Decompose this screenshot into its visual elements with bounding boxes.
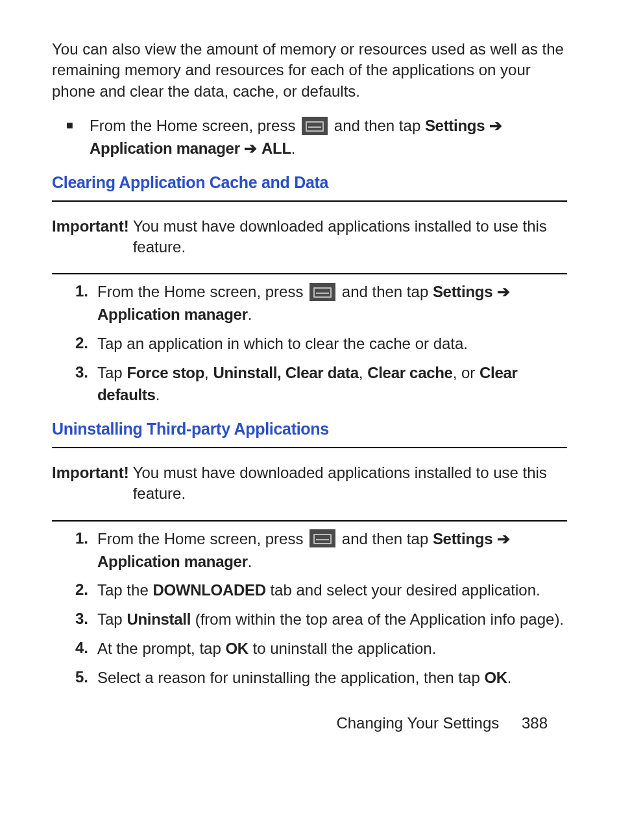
uninstall-clear-data-label: Uninstall, Clear data xyxy=(213,364,358,381)
arrow-icon: ➔ xyxy=(497,530,510,547)
step-body: Tap Uninstall (from within the top area … xyxy=(97,608,567,631)
text: , or xyxy=(453,364,479,381)
uninstall-label: Uninstall xyxy=(127,610,191,628)
app-manager-label: Application manager xyxy=(97,306,248,323)
text: and then tap xyxy=(334,117,425,134)
text: (from within the top area of the Applica… xyxy=(191,610,564,628)
force-stop-label: Force stop xyxy=(127,364,204,381)
text: Tap xyxy=(97,610,127,628)
text: , xyxy=(359,364,367,381)
intro-paragraph: You can also view the amount of memory o… xyxy=(52,39,567,102)
text: . xyxy=(507,669,512,686)
text: From the Home screen, press xyxy=(97,283,308,300)
text: . xyxy=(248,553,252,570)
important-text: You must have downloaded applications in… xyxy=(133,216,567,258)
step-1: 1. From the Home screen, press and then … xyxy=(52,281,567,326)
all-label: ALL xyxy=(261,139,291,157)
text: From the Home screen, press xyxy=(97,530,308,547)
menu-icon xyxy=(310,529,335,547)
section-heading-uninstalling: Uninstalling Third-party Applications xyxy=(52,418,567,440)
text: Select a reason for uninstalling the app… xyxy=(97,669,484,686)
step-2: 2. Tap an application in which to clear … xyxy=(52,333,567,355)
page-footer: Changing Your Settings 388 xyxy=(52,713,567,734)
step-2: 2. Tap the DOWNLOADED tab and select you… xyxy=(52,579,567,602)
bullet-item: ■ From the Home screen, press and then t… xyxy=(52,115,567,160)
text: . xyxy=(156,386,160,403)
text: to uninstall the application. xyxy=(249,640,437,657)
ok-label: OK xyxy=(484,669,507,686)
text: From the Home screen, press xyxy=(90,117,300,134)
arrow-icon: ➔ xyxy=(244,139,261,157)
square-bullet-icon: ■ xyxy=(52,115,90,160)
step-body: Select a reason for uninstalling the app… xyxy=(97,667,567,690)
footer-section-title: Changing Your Settings xyxy=(336,714,499,732)
arrow-icon: ➔ xyxy=(489,117,502,134)
step-body: From the Home screen, press and then tap… xyxy=(97,281,567,326)
menu-icon xyxy=(310,283,335,301)
step-number: 4. xyxy=(52,638,97,660)
step-number: 1. xyxy=(52,281,97,326)
step-4: 4. At the prompt, tap OK to uninstall th… xyxy=(52,638,567,660)
bullet-body: From the Home screen, press and then tap… xyxy=(90,115,567,160)
downloaded-label: DOWNLOADED xyxy=(152,581,265,599)
settings-label: Settings xyxy=(425,117,485,134)
step-5: 5. Select a reason for uninstalling the … xyxy=(52,667,567,690)
step-3: 3. Tap Uninstall (from within the top ar… xyxy=(52,608,567,631)
text: Tap the xyxy=(97,581,152,599)
text: . xyxy=(248,306,252,323)
step-body: From the Home screen, press and then tap… xyxy=(97,528,567,573)
step-1: 1. From the Home screen, press and then … xyxy=(52,528,567,573)
section-heading-clearing-cache: Clearing Application Cache and Data xyxy=(52,172,567,194)
step-body: Tap an application in which to clear the… xyxy=(97,333,567,355)
settings-label: Settings xyxy=(433,530,492,547)
step-body: Tap the DOWNLOADED tab and select your d… xyxy=(97,579,567,602)
step-body: Tap Force stop, Uninstall, Clear data, C… xyxy=(97,362,567,407)
divider xyxy=(52,200,567,202)
important-label: Important! xyxy=(52,216,133,258)
step-number: 1. xyxy=(52,528,97,573)
text: . xyxy=(291,139,296,157)
important-text: You must have downloaded applications in… xyxy=(133,462,567,505)
step-number: 2. xyxy=(52,333,97,355)
step-number: 5. xyxy=(52,667,97,690)
text: and then tap xyxy=(342,530,433,547)
text: , xyxy=(204,364,213,381)
step-3: 3. Tap Force stop, Uninstall, Clear data… xyxy=(52,362,567,407)
settings-label: Settings xyxy=(433,283,492,300)
text: tab and select your desired application. xyxy=(266,581,540,599)
step-body: At the prompt, tap OK to uninstall the a… xyxy=(97,638,567,660)
step-number: 3. xyxy=(52,608,97,631)
important-note: Important! You must have downloaded appl… xyxy=(52,208,567,267)
page-number: 388 xyxy=(522,713,548,734)
step-number: 3. xyxy=(52,362,97,407)
app-manager-label: Application manager xyxy=(97,553,248,570)
app-manager-label: Application manager xyxy=(90,139,240,157)
divider xyxy=(52,520,567,522)
divider xyxy=(52,273,567,274)
text: Tap xyxy=(97,364,127,381)
important-label: Important! xyxy=(52,462,133,505)
divider xyxy=(52,447,567,448)
clear-cache-label: Clear cache xyxy=(367,364,452,381)
ok-label: OK xyxy=(225,640,248,657)
text: At the prompt, tap xyxy=(97,640,225,657)
arrow-icon: ➔ xyxy=(497,283,510,300)
important-note: Important! You must have downloaded appl… xyxy=(52,455,567,514)
text: and then tap xyxy=(342,283,433,300)
menu-icon xyxy=(302,117,328,135)
step-number: 2. xyxy=(52,579,97,602)
